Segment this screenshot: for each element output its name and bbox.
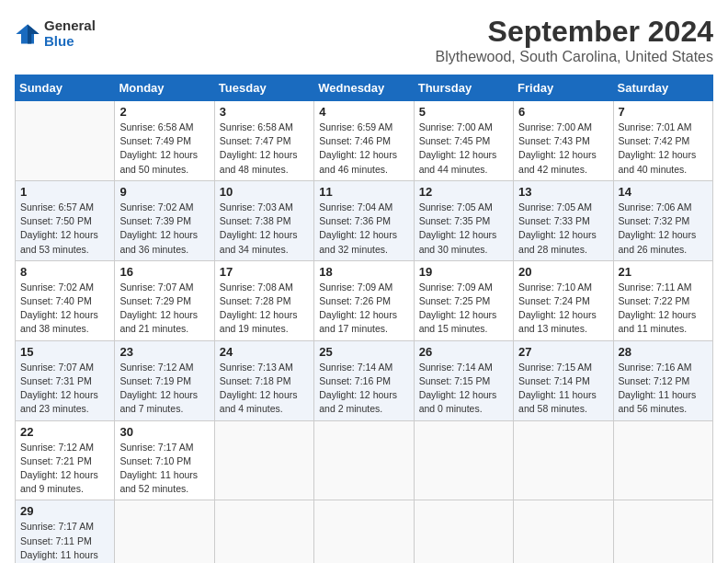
calendar-cell [115,500,214,563]
day-number: 28 [619,345,708,359]
day-details: Sunrise: 7:14 AMSunset: 7:16 PMDaylight:… [319,361,408,417]
calendar-header-row: Sunday Monday Tuesday Wednesday Thursday… [16,75,713,101]
calendar-cell [314,420,414,500]
day-details: Sunrise: 7:12 AMSunset: 7:19 PMDaylight:… [119,361,209,417]
calendar-cell [214,420,313,500]
calendar-cell [214,500,313,563]
day-number: 8 [20,265,109,279]
day-number: 4 [319,105,408,119]
day-details: Sunrise: 7:11 AMSunset: 7:22 PMDaylight:… [619,281,708,337]
calendar-cell: 25Sunrise: 7:14 AMSunset: 7:16 PMDayligh… [314,340,414,420]
day-number: 13 [518,185,608,199]
day-details: Sunrise: 7:06 AMSunset: 7:32 PMDaylight:… [619,201,708,257]
day-details: Sunrise: 7:00 AMSunset: 7:43 PMDaylight:… [518,121,608,177]
col-monday: Monday [115,75,214,101]
day-number: 22 [20,425,109,439]
calendar-cell [16,101,115,181]
col-tuesday: Tuesday [214,75,313,101]
calendar-cell [414,420,513,500]
calendar-cell: 19Sunrise: 7:09 AMSunset: 7:25 PMDayligh… [414,260,513,340]
calendar-cell: 21Sunrise: 7:11 AMSunset: 7:22 PMDayligh… [613,260,712,340]
day-number: 16 [119,265,209,279]
logo: General Blue [15,18,96,49]
month-title: September 2024 [436,15,713,49]
day-number: 24 [220,345,309,359]
calendar-cell [414,500,513,563]
day-number: 11 [319,185,408,199]
calendar-cell: 29Sunrise: 7:17 AMSunset: 7:11 PMDayligh… [16,500,115,563]
title-area: September 2024 Blythewood, South Carolin… [436,15,713,65]
calendar-cell [314,500,414,563]
calendar-row: 1Sunrise: 6:57 AMSunset: 7:50 PMDaylight… [16,180,713,260]
calendar-cell: 28Sunrise: 7:16 AMSunset: 7:12 PMDayligh… [613,340,712,420]
day-details: Sunrise: 7:13 AMSunset: 7:18 PMDaylight:… [220,361,309,417]
calendar-cell: 15Sunrise: 7:07 AMSunset: 7:31 PMDayligh… [16,340,115,420]
col-thursday: Thursday [414,75,513,101]
calendar-table: Sunday Monday Tuesday Wednesday Thursday… [15,75,713,563]
calendar-row: 15Sunrise: 7:07 AMSunset: 7:31 PMDayligh… [16,340,713,420]
day-number: 20 [518,265,608,279]
calendar-cell: 6Sunrise: 7:00 AMSunset: 7:43 PMDaylight… [514,101,613,181]
day-details: Sunrise: 7:03 AMSunset: 7:38 PMDaylight:… [220,201,309,257]
calendar-cell: 14Sunrise: 7:06 AMSunset: 7:32 PMDayligh… [613,180,712,260]
day-details: Sunrise: 7:05 AMSunset: 7:35 PMDaylight:… [419,201,508,257]
calendar-cell: 18Sunrise: 7:09 AMSunset: 7:26 PMDayligh… [314,260,414,340]
day-number: 21 [619,265,708,279]
day-details: Sunrise: 7:09 AMSunset: 7:26 PMDaylight:… [319,281,408,337]
day-details: Sunrise: 6:59 AMSunset: 7:46 PMDaylight:… [319,121,408,177]
calendar-row: 8Sunrise: 7:02 AMSunset: 7:40 PMDaylight… [16,260,713,340]
day-number: 23 [119,345,209,359]
day-number: 27 [518,345,608,359]
day-details: Sunrise: 7:17 AMSunset: 7:11 PMDaylight:… [20,520,109,563]
calendar-cell: 20Sunrise: 7:10 AMSunset: 7:24 PMDayligh… [514,260,613,340]
col-wednesday: Wednesday [314,75,414,101]
day-details: Sunrise: 7:08 AMSunset: 7:28 PMDaylight:… [220,281,309,337]
day-details: Sunrise: 7:07 AMSunset: 7:31 PMDaylight:… [20,361,109,417]
day-details: Sunrise: 7:07 AMSunset: 7:29 PMDaylight:… [119,281,209,337]
calendar-cell: 30Sunrise: 7:17 AMSunset: 7:10 PMDayligh… [115,420,214,500]
calendar-cell [514,500,613,563]
calendar-cell: 17Sunrise: 7:08 AMSunset: 7:28 PMDayligh… [214,260,313,340]
col-saturday: Saturday [613,75,712,101]
calendar-cell: 16Sunrise: 7:07 AMSunset: 7:29 PMDayligh… [115,260,214,340]
calendar-cell: 13Sunrise: 7:05 AMSunset: 7:33 PMDayligh… [514,180,613,260]
day-details: Sunrise: 7:02 AMSunset: 7:40 PMDaylight:… [20,281,109,337]
day-details: Sunrise: 6:58 AMSunset: 7:47 PMDaylight:… [220,121,309,177]
day-number: 9 [119,185,209,199]
day-number: 7 [619,105,708,119]
logo-blue: Blue [44,34,96,50]
day-details: Sunrise: 7:15 AMSunset: 7:14 PMDaylight:… [518,361,608,417]
day-number: 2 [119,105,209,119]
calendar-cell: 12Sunrise: 7:05 AMSunset: 7:35 PMDayligh… [414,180,513,260]
calendar-cell: 11Sunrise: 7:04 AMSunset: 7:36 PMDayligh… [314,180,414,260]
logo-icon [15,21,40,47]
calendar-cell: 22Sunrise: 7:12 AMSunset: 7:21 PMDayligh… [16,420,115,500]
calendar-cell: 24Sunrise: 7:13 AMSunset: 7:18 PMDayligh… [214,340,313,420]
day-number: 14 [619,185,708,199]
calendar-row: 2Sunrise: 6:58 AMSunset: 7:49 PMDaylight… [16,101,713,181]
day-number: 26 [419,345,508,359]
calendar-row: 29Sunrise: 7:17 AMSunset: 7:11 PMDayligh… [16,500,713,563]
day-number: 29 [20,504,109,518]
day-details: Sunrise: 7:00 AMSunset: 7:45 PMDaylight:… [419,121,508,177]
calendar-cell [514,420,613,500]
calendar-cell: 4Sunrise: 6:59 AMSunset: 7:46 PMDaylight… [314,101,414,181]
day-number: 1 [20,185,109,199]
calendar-cell [613,500,712,563]
calendar-cell: 1Sunrise: 6:57 AMSunset: 7:50 PMDaylight… [16,180,115,260]
day-details: Sunrise: 7:17 AMSunset: 7:10 PMDaylight:… [119,441,209,497]
location-title: Blythewood, South Carolina, United State… [436,49,713,65]
col-sunday: Sunday [16,75,115,101]
calendar-row: 22Sunrise: 7:12 AMSunset: 7:21 PMDayligh… [16,420,713,500]
day-number: 6 [518,105,608,119]
calendar-cell: 26Sunrise: 7:14 AMSunset: 7:15 PMDayligh… [414,340,513,420]
page-header: General Blue September 2024 Blythewood, … [15,15,713,65]
calendar-cell: 2Sunrise: 6:58 AMSunset: 7:49 PMDaylight… [115,101,214,181]
calendar-cell: 5Sunrise: 7:00 AMSunset: 7:45 PMDaylight… [414,101,513,181]
day-number: 30 [119,425,209,439]
logo-general: General [44,18,96,34]
day-details: Sunrise: 7:09 AMSunset: 7:25 PMDaylight:… [419,281,508,337]
day-number: 3 [220,105,309,119]
calendar-cell: 3Sunrise: 6:58 AMSunset: 7:47 PMDaylight… [214,101,313,181]
day-number: 12 [419,185,508,199]
